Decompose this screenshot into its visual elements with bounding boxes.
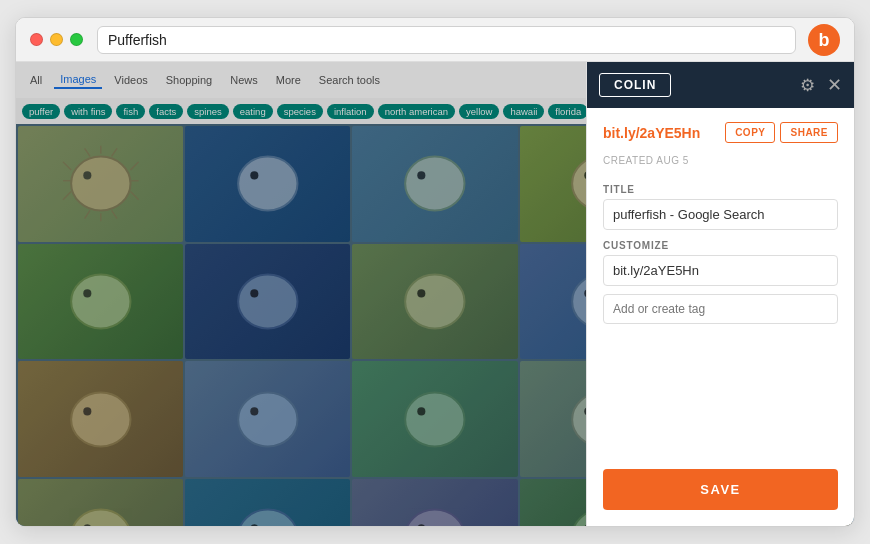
- svg-line-8: [130, 162, 138, 170]
- nav-item-videos[interactable]: Videos: [108, 72, 153, 88]
- svg-line-7: [111, 149, 116, 157]
- panel-tab-colin[interactable]: COLIN: [599, 73, 671, 97]
- image-cell-8[interactable]: [352, 244, 517, 360]
- svg-point-16: [405, 157, 464, 211]
- minimize-button[interactable]: [50, 33, 63, 46]
- nav-item-all[interactable]: All: [24, 72, 48, 88]
- filter-species[interactable]: species: [277, 104, 323, 119]
- nav-item-more[interactable]: More: [270, 72, 307, 88]
- image-cell-17[interactable]: [185, 479, 350, 526]
- panel-link-row: bit.ly/2aYE5Hn COPY SHARE: [603, 122, 838, 143]
- created-label: CREATED AUG 5: [603, 155, 838, 166]
- image-cell-16[interactable]: [18, 479, 183, 526]
- panel-footer: SAVE: [587, 457, 854, 526]
- svg-point-37: [417, 407, 425, 415]
- svg-point-32: [71, 392, 130, 446]
- svg-line-4: [63, 192, 71, 200]
- svg-point-1: [83, 172, 91, 180]
- svg-point-22: [71, 274, 130, 328]
- filter-inflation[interactable]: inflation: [327, 104, 374, 119]
- bitly-panel: COLIN ⚙ ✕ bit.ly/2aYE5Hn COPY SHARE CREA…: [586, 62, 854, 526]
- title-field-label: TITLE: [603, 184, 838, 195]
- nav-item-shopping[interactable]: Shopping: [160, 72, 219, 88]
- panel-body: bit.ly/2aYE5Hn COPY SHARE CREATED AUG 5 …: [587, 108, 854, 457]
- filter-hawaii[interactable]: hawaii: [503, 104, 544, 119]
- image-cell-13[interactable]: [352, 361, 517, 477]
- svg-point-23: [83, 289, 91, 297]
- share-button[interactable]: SHARE: [780, 122, 838, 143]
- image-cell-11[interactable]: [18, 361, 183, 477]
- browser-body: All Images Videos Shopping News More Sea…: [16, 62, 854, 526]
- tag-input[interactable]: [603, 294, 838, 324]
- image-cell-18[interactable]: [352, 479, 517, 526]
- filter-spines[interactable]: spines: [187, 104, 228, 119]
- address-bar-text: Pufferfish: [108, 32, 785, 48]
- title-field-input[interactable]: [603, 199, 838, 230]
- svg-point-25: [250, 289, 258, 297]
- svg-point-17: [417, 172, 425, 180]
- svg-point-26: [405, 274, 464, 328]
- filter-puffer[interactable]: puffer: [22, 104, 60, 119]
- customize-field-label: CUSTOMIZE: [603, 240, 838, 251]
- svg-point-27: [417, 289, 425, 297]
- svg-point-15: [250, 172, 258, 180]
- image-cell-6[interactable]: [18, 244, 183, 360]
- filter-facts[interactable]: facts: [149, 104, 183, 119]
- browser-chrome: Pufferfish b: [16, 18, 854, 62]
- panel-link[interactable]: bit.ly/2aYE5Hn: [603, 125, 700, 141]
- svg-line-11: [84, 211, 89, 219]
- panel-link-buttons: COPY SHARE: [725, 122, 838, 143]
- bitly-logo[interactable]: b: [808, 24, 840, 56]
- close-icon[interactable]: ✕: [827, 74, 842, 96]
- save-button[interactable]: SAVE: [603, 469, 838, 510]
- svg-line-13: [111, 211, 116, 219]
- image-cell-1[interactable]: [18, 126, 183, 242]
- gear-icon[interactable]: ⚙: [800, 75, 815, 96]
- maximize-button[interactable]: [70, 33, 83, 46]
- customize-field-input[interactable]: [603, 255, 838, 286]
- traffic-lights: [30, 33, 83, 46]
- filter-north-american[interactable]: north american: [378, 104, 455, 119]
- svg-point-44: [238, 510, 297, 526]
- filter-yellow[interactable]: yellow: [459, 104, 499, 119]
- svg-line-2: [63, 162, 71, 170]
- filter-fins[interactable]: with fins: [64, 104, 112, 119]
- image-cell-2[interactable]: [185, 126, 350, 242]
- nav-item-news[interactable]: News: [224, 72, 264, 88]
- image-cell-12[interactable]: [185, 361, 350, 477]
- bitly-logo-text: b: [819, 31, 830, 49]
- svg-point-36: [405, 392, 464, 446]
- address-bar[interactable]: Pufferfish: [97, 26, 796, 54]
- svg-point-42: [71, 510, 130, 526]
- svg-point-33: [83, 407, 91, 415]
- nav-item-search-tools[interactable]: Search tools: [313, 72, 386, 88]
- svg-line-5: [84, 149, 89, 157]
- svg-line-10: [130, 192, 138, 200]
- svg-point-46: [405, 510, 464, 526]
- browser-window: Pufferfish b All Images Videos Shopping …: [15, 17, 855, 527]
- filter-eating[interactable]: eating: [233, 104, 273, 119]
- close-button[interactable]: [30, 33, 43, 46]
- svg-point-0: [71, 157, 130, 211]
- image-cell-3[interactable]: [352, 126, 517, 242]
- filter-fish[interactable]: fish: [116, 104, 145, 119]
- copy-button[interactable]: COPY: [725, 122, 775, 143]
- svg-point-34: [238, 392, 297, 446]
- panel-header: COLIN ⚙ ✕: [587, 62, 854, 108]
- svg-point-35: [250, 407, 258, 415]
- svg-point-24: [238, 274, 297, 328]
- nav-item-images[interactable]: Images: [54, 71, 102, 89]
- image-cell-7[interactable]: [185, 244, 350, 360]
- filter-florida[interactable]: florida: [548, 104, 588, 119]
- svg-point-14: [238, 157, 297, 211]
